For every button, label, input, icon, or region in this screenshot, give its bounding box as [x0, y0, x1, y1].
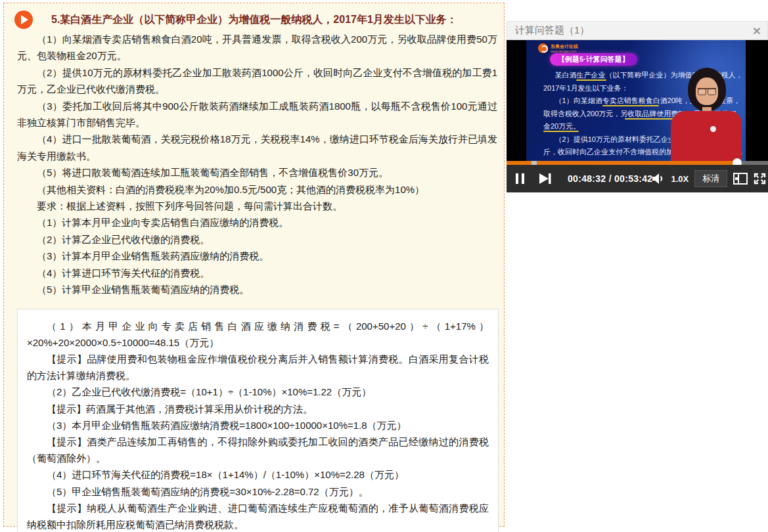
answer-line: 【提示】酒类产品连续加工再销售的，不得扣除外购或委托加工收回的酒类产品已经缴纳过… — [27, 433, 489, 466]
question-paragraph: （2）提供10万元的原材料委托乙企业加工散装药酒1000公斤，收回时向乙企业支付… — [17, 64, 497, 98]
video-popup-panel: 计算问答题（1） × 东奥会计在线 www.dongao.com 【例题5·计算… — [507, 21, 768, 192]
video-slide: 东奥会计在线 www.dongao.com 【例题5·计算问答题】 某白酒生产企… — [526, 40, 746, 161]
video-popup-title: 计算问答题（1） — [515, 24, 589, 37]
mini-player-button[interactable] — [733, 173, 748, 185]
volume-icon — [652, 173, 665, 184]
mini-player-icon — [733, 173, 748, 185]
answer-line: 【提示】纳税人从葡萄酒生产企业购进、进口葡萄酒连续生产应税葡萄酒的，准予从葡萄酒… — [27, 500, 489, 532]
brand-logo: 东奥会计在线 www.dongao.com — [538, 43, 578, 53]
answer-line: （3）本月甲企业销售瓶装药酒应缴纳消费税=1800×100÷10000×10%=… — [27, 417, 489, 433]
play-icon — [20, 15, 28, 24]
page: 5.某白酒生产企业（以下简称甲企业）为增值税一般纳税人，2017年1月发生以下业… — [0, 0, 768, 532]
question-body: （1）向某烟酒专卖店销售粮食白酒20吨，开具普通发票，取得含税收入200万元，另… — [17, 31, 497, 298]
brand-name: 东奥会计在线 — [551, 44, 578, 49]
slide-underline — [543, 131, 579, 132]
question-paragraph: （1）向某烟酒专卖店销售粮食白酒20吨，开具普通发票，取得含税收入200万元，另… — [17, 31, 497, 64]
next-button[interactable] — [539, 173, 552, 185]
close-icon[interactable]: × — [753, 24, 761, 37]
brand-url: www.dongao.com — [551, 49, 578, 53]
brand-logo-icon — [538, 43, 548, 53]
answer-box: （1）本月甲企业向专卖店销售白酒应缴纳消费税=（200+50+20）÷（1+17… — [17, 309, 499, 532]
answer-line: （4）进口环节海关代征的消费税=18×（1+14%）/（1-10%）×10%=2… — [27, 466, 489, 483]
question-paragraph: （4）进口一批散装葡萄酒，关税完税价格18万元，关税税率14%，缴纳进口环节税金… — [17, 131, 497, 164]
question-paragraph: 要求：根据上述资料，按照下列序号回答问题，每问需计算出合计数。 — [17, 198, 497, 214]
video-screen[interactable]: 东奥会计在线 www.dongao.com 【例题5·计算问答题】 某白酒生产企… — [507, 40, 768, 161]
pause-button[interactable] — [514, 172, 526, 185]
lecturer-jacket — [671, 111, 742, 161]
question-paragraph: （2）计算乙企业已代收代缴的消费税。 — [17, 231, 497, 248]
question-paragraph: （3）委托加工收回后将其中900公斤散装药酒继续加工成瓶装药酒1800瓶，以每瓶… — [17, 98, 497, 131]
answer-line: （2）乙企业已代收代缴消费税=（10+1）÷（1-10%）×10%=1.22（万… — [27, 384, 489, 400]
answer-line: （5）甲企业销售瓶装葡萄酒应纳的消费税=30×10%-2.28=0.72（万元）… — [27, 483, 489, 500]
time-display: 00:48:32 / 00:53:42 — [568, 173, 652, 184]
question-paragraph: （1）计算本月甲企业向专卖店销售白酒应缴纳的消费税。 — [17, 214, 497, 231]
question-paragraph: （5）将进口散装葡萄酒连续加工瓶装葡萄酒全部销售，不含增值税售价30万元。 — [17, 164, 497, 181]
slide-underline — [576, 79, 606, 81]
answer-line: 【提示】品牌使用费和包装物租金应作增值税价税分离后并入销售额计算消费税。白酒采用… — [27, 351, 489, 384]
slide-badge: 【例题5·计算问答题】 — [550, 53, 637, 66]
next-icon — [539, 173, 552, 185]
quality-button[interactable]: 标清 — [694, 170, 727, 187]
question-title: 5.某白酒生产企业（以下简称甲企业）为增值税一般纳税人，2017年1月发生以下业… — [51, 12, 497, 28]
speed-button[interactable]: 1.0X — [671, 174, 689, 184]
video-popup-header: 计算问答题（1） × — [507, 21, 768, 40]
answer-line: 【提示】药酒属于其他酒，消费税计算采用从价计税的方法。 — [27, 401, 489, 417]
question-panel: 5.某白酒生产企业（以下简称甲企业）为增值税一般纳税人，2017年1月发生以下业… — [3, 3, 505, 527]
volume-button[interactable] — [652, 173, 665, 184]
answer-line: （1）本月甲企业向专卖店销售白酒应缴纳消费税=（200+50+20）÷（1+17… — [27, 318, 489, 351]
question-paragraph: （3）计算本月甲企业销售瓶装药酒应缴纳的消费税。 — [17, 248, 497, 264]
lecturer-brooch — [710, 126, 716, 132]
slide-underline — [602, 105, 659, 106]
video-player: 东奥会计在线 www.dongao.com 【例题5·计算问答题】 某白酒生产企… — [507, 40, 768, 192]
question-paragraph: （4）计算进口环节海关代征的消费税。 — [17, 265, 497, 281]
lecturer-glasses — [698, 88, 716, 93]
lecturer-figure — [671, 68, 742, 161]
question-paragraph: （5）计算甲企业销售瓶装葡萄酒应纳的消费税。 — [17, 281, 497, 298]
play-question-button[interactable] — [14, 11, 33, 29]
question-paragraph: （其他相关资料：白酒的消费税税率为20%加0.5元/500克；其他酒的消费税税率… — [17, 181, 497, 198]
fullscreen-icon — [754, 173, 766, 185]
video-controls: 00:48:32 / 00:53:42 1.0X 标清 — [507, 165, 768, 192]
fullscreen-button[interactable] — [754, 173, 766, 185]
